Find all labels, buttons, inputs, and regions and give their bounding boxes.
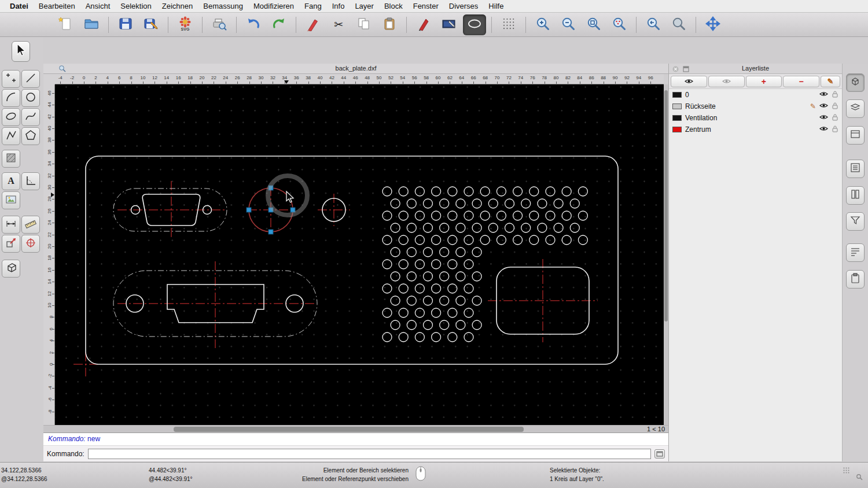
layer-lock-icon[interactable] [832,90,838,99]
draw-pen-button[interactable] [412,14,435,35]
command-input[interactable] [88,449,651,459]
zoom-out-button[interactable] [557,14,580,35]
layer-row-ventilation[interactable]: Ventilation [669,112,842,124]
drawing-tab[interactable]: back_plate.dxf [43,64,668,74]
layer-visibility-icon[interactable] [819,102,828,110]
properties-panel-button[interactable] [846,73,865,92]
save-button[interactable] [114,14,137,35]
layer-visibility-icon[interactable] [819,114,828,122]
selection-tool-button[interactable] [12,41,30,62]
view-list-panel-button[interactable] [846,160,865,178]
clipboard-panel-button[interactable] [846,270,865,289]
hruler-label: 68 [483,75,488,80]
layer-visibility-icon[interactable] [819,125,828,134]
menu-layer[interactable]: Layer [350,2,379,10]
layer-color-swatch[interactable] [672,103,682,109]
zoom-in-button[interactable] [531,14,554,35]
block-list-panel-button[interactable] [846,126,865,145]
polygon-tool-button[interactable] [21,127,40,145]
horizontal-scrollbar-thumb[interactable] [174,427,524,432]
menu-zeichnen[interactable]: Zeichnen [157,2,198,10]
hide-all-layers-button[interactable] [708,76,745,87]
circle-tool-button[interactable] [21,89,40,107]
text-tool-button[interactable]: A [2,172,20,190]
vertical-scrollbar-thumb[interactable] [664,90,668,321]
menu-bearbeiten[interactable]: Bearbeiten [34,2,80,10]
add-layer-button[interactable]: + [746,76,782,87]
menu-selektion[interactable]: Selektion [115,2,156,10]
menu-ansicht[interactable]: Ansicht [80,2,116,10]
cut-button[interactable]: ✂ [327,14,350,35]
menu-fang[interactable]: Fang [299,2,327,10]
menu-diverses[interactable]: Diverses [444,2,484,10]
vertical-scrollbar[interactable] [664,84,668,425]
dimension-tool-button[interactable] [2,216,20,234]
layer-lock-icon[interactable] [832,102,838,111]
selection-filter-panel-icon [849,215,861,228]
library-browser-panel-button[interactable] [846,186,865,205]
grid-toggle-button[interactable] [497,14,520,35]
toolbar-separator [525,17,526,33]
paste-button[interactable] [378,14,401,35]
pan-button[interactable] [701,14,724,35]
layer-row-rückseite[interactable]: Rückseite✎ [669,101,842,112]
menu-modifizieren[interactable]: Modifizieren [248,2,299,10]
spline-tool-button[interactable] [21,108,40,126]
modify-tool-button[interactable] [2,235,20,253]
layer-lock-icon[interactable] [832,113,838,123]
undo-button[interactable] [242,14,265,35]
layer-color-swatch[interactable] [672,115,682,121]
svg-export-button[interactable]: SVG [174,14,197,35]
selection-filter-panel-button[interactable] [846,212,865,231]
open-file-button[interactable] [80,14,103,35]
hruler-label: 32 [270,75,275,80]
ellipse-tool-button[interactable] [2,108,20,126]
command-detach-button[interactable] [654,449,665,459]
delete-entities-button[interactable] [301,14,325,35]
ellipse-tool-button[interactable] [463,14,486,35]
layer-color-swatch[interactable] [672,92,682,98]
arc-tool-button[interactable] [2,89,20,107]
menu-info[interactable]: Info [327,2,350,10]
image-tool-button[interactable] [2,191,20,209]
show-all-layers-button[interactable] [671,76,707,87]
edit-block-button[interactable] [437,14,461,35]
layer-list-panel-button[interactable] [846,99,865,118]
panel-float-icon[interactable] [683,65,689,75]
menu-bemassung[interactable]: Bemassung [198,2,248,10]
line-tool-button[interactable] [21,70,40,88]
layer-visibility-icon[interactable] [819,91,828,99]
panel-close-icon[interactable] [672,65,679,75]
menu-fenster[interactable]: Fenster [408,2,444,10]
zoom-selection-button[interactable] [608,14,631,35]
snap-tool-button[interactable] [21,235,40,253]
polyline-tool-button[interactable] [2,127,20,145]
drawing-canvas[interactable] [55,84,664,425]
solid-tool-button[interactable] [2,260,20,278]
save-as-icon [143,16,159,34]
layer-row-zentrum[interactable]: Zentrum [669,124,842,135]
menu-datei[interactable]: Datei [5,2,34,10]
edit-layer-button[interactable]: ✎ [821,76,840,87]
corner-tool-button[interactable] [21,172,40,190]
menu-hilfe[interactable]: Hilfe [483,2,509,10]
remove-layer-button[interactable]: − [783,76,819,87]
zoom-window-button[interactable] [667,14,690,35]
copy-button[interactable] [352,14,376,35]
hatch-tool-button[interactable] [2,150,20,168]
command-history-label: Kommando: [48,435,86,443]
command-line-panel-button[interactable] [846,243,865,262]
menu-block[interactable]: Block [379,2,408,10]
new-file-button[interactable] [54,14,78,35]
layer-color-swatch[interactable] [672,127,682,132]
point-tool-button[interactable] [2,70,20,88]
hruler-label: 26 [235,75,240,80]
redo-button[interactable] [267,14,290,35]
zoom-previous-button[interactable] [642,14,665,35]
zoom-auto-button[interactable] [582,14,605,35]
layer-row-0[interactable]: 0 [669,89,842,101]
measure-tool-button[interactable] [21,216,40,234]
print-preview-button[interactable] [208,14,231,35]
save-as-button[interactable] [139,14,163,35]
layer-lock-icon[interactable] [832,125,838,134]
